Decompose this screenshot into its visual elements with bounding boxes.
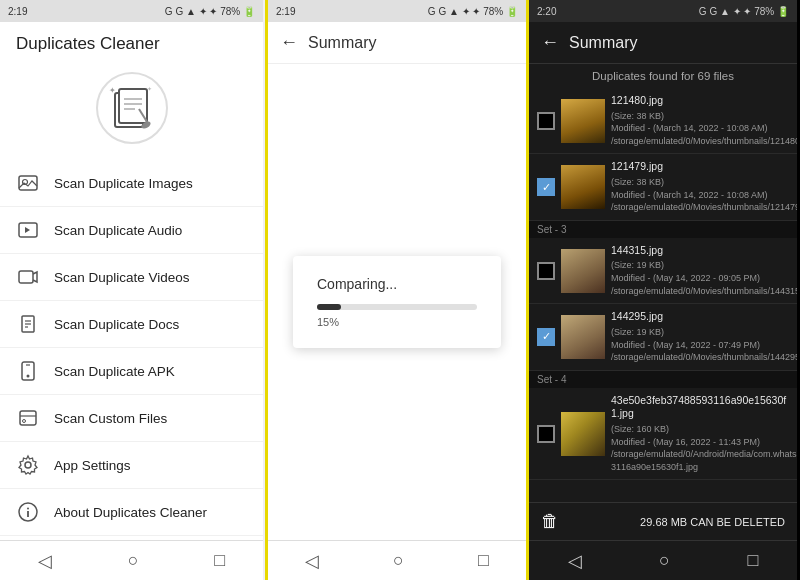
progress-pct: 15% (317, 316, 477, 328)
svg-point-19 (27, 375, 30, 378)
settings-icon (16, 453, 40, 477)
panel-header-p2: ← Summary (268, 22, 526, 64)
back-btn-p3[interactable]: ◁ (552, 544, 598, 578)
file-info-121479: 121479.jpg (Size: 38 KB) Modified - (Mar… (611, 160, 789, 213)
file-item-121479: 121479.jpg (Size: 38 KB) Modified - (Mar… (529, 154, 797, 220)
comparing-container: Comparing... 15% (268, 64, 526, 540)
file-meta-121479: (Size: 38 KB) Modified - (March 14, 2022… (611, 176, 789, 214)
home-btn-p2[interactable]: ○ (377, 544, 420, 577)
file-item-121480: 121480.jpg (Size: 38 KB) Modified - (Mar… (529, 88, 797, 154)
file-item-144295: 144295.jpg (Size: 19 KB) Modified - (May… (529, 304, 797, 370)
delete-icon[interactable]: 🗑 (541, 511, 559, 532)
scan-apk-label: Scan Duplicate APK (54, 364, 175, 379)
home-btn-p3[interactable]: ○ (643, 544, 686, 577)
menu-item-scan-custom[interactable]: Scan Custom Files (0, 395, 263, 442)
status-bar-p1: 2:19 G G ▲ ✦ ✦ 78% 🔋 (0, 0, 263, 22)
scan-custom-icon (16, 406, 40, 430)
main-menu-panel: 2:19 G G ▲ ✦ ✦ 78% 🔋 Duplicates Cleaner … (0, 0, 265, 580)
scan-audio-icon (16, 218, 40, 242)
back-arrow-p3[interactable]: ← (541, 32, 559, 53)
file-meta-43e50: (Size: 160 KB) Modified - (May 16, 2022 … (611, 423, 789, 473)
menu-item-scan-audio[interactable]: Scan Duplicate Audio (0, 207, 263, 254)
svg-point-23 (25, 462, 31, 468)
nav-bar-p3: ◁ ○ □ (529, 540, 797, 580)
nav-bar-p2: ◁ ○ □ (268, 540, 526, 580)
home-btn-p1[interactable]: ○ (112, 544, 155, 577)
menu-item-about[interactable]: About Duplicates Cleaner (0, 489, 263, 536)
svg-rect-12 (19, 271, 33, 283)
file-info-43e50: 43e50e3feb37488593116a90e15630f1.jpg (Si… (611, 394, 789, 474)
file-name-144315: 144315.jpg (611, 244, 789, 258)
duplicates-header: Duplicates found for 69 files (529, 64, 797, 88)
svg-point-26 (27, 508, 29, 510)
file-info-144315: 144315.jpg (Size: 19 KB) Modified - (May… (611, 244, 789, 297)
app-title: Duplicates Cleaner (0, 22, 263, 62)
file-item-43e50: 43e50e3feb37488593116a90e15630f1.jpg (Si… (529, 388, 797, 481)
menu-item-scan-apk[interactable]: Scan Duplicate APK (0, 348, 263, 395)
app-logo: ✦ ✦ (96, 72, 168, 144)
back-btn-p2[interactable]: ◁ (289, 544, 335, 578)
panel-header-p3: ← Summary (529, 22, 797, 64)
progress-bar-fill (317, 304, 341, 310)
delete-bar[interactable]: 🗑 29.68 MB CAN BE DELETED (529, 502, 797, 540)
file-info-144295: 144295.jpg (Size: 19 KB) Modified - (May… (611, 310, 789, 363)
file-info-121480: 121480.jpg (Size: 38 KB) Modified - (Mar… (611, 94, 789, 147)
file-name-43e50: 43e50e3feb37488593116a90e15630f1.jpg (611, 394, 789, 421)
comparing-box: Comparing... 15% (293, 256, 501, 348)
menu-item-app-settings[interactable]: App Settings (0, 442, 263, 489)
about-label: About Duplicates Cleaner (54, 505, 207, 520)
app-settings-label: App Settings (54, 458, 131, 473)
recents-btn-p3[interactable]: □ (731, 544, 774, 577)
set4-divider: Set - 4 (529, 371, 797, 388)
scan-custom-label: Scan Custom Files (54, 411, 167, 426)
thumb-144315 (561, 249, 605, 293)
svg-rect-20 (20, 411, 36, 425)
scan-images-label: Scan Duplicate Images (54, 176, 193, 191)
thumb-43e50 (561, 412, 605, 456)
svg-rect-1 (119, 89, 147, 123)
delete-label: 29.68 MB CAN BE DELETED (640, 516, 785, 528)
file-meta-121480: (Size: 38 KB) Modified - (March 14, 2022… (611, 110, 789, 148)
back-btn-p1[interactable]: ◁ (22, 544, 68, 578)
recents-btn-p1[interactable]: □ (198, 544, 241, 577)
nav-bar-p1: ◁ ○ □ (0, 540, 263, 580)
logo-container: ✦ ✦ (0, 62, 263, 160)
thumb-121479 (561, 165, 605, 209)
status-bar-p3: 2:20 G G ▲ ✦ ✦ 78% 🔋 (529, 0, 797, 22)
scan-audio-label: Scan Duplicate Audio (54, 223, 182, 238)
scan-images-icon (16, 171, 40, 195)
file-meta-144295: (Size: 19 KB) Modified - (May 14, 2022 -… (611, 326, 789, 364)
scan-docs-icon (16, 312, 40, 336)
thumb-144295 (561, 315, 605, 359)
summary-panel: 2:20 G G ▲ ✦ ✦ 78% 🔋 ← Summary Duplicate… (529, 0, 797, 580)
checkbox-43e50[interactable] (537, 425, 555, 443)
status-bar-p2: 2:19 G G ▲ ✦ ✦ 78% 🔋 (268, 0, 526, 22)
status-time-p1: 2:19 (8, 6, 27, 17)
recents-btn-p2[interactable]: □ (462, 544, 505, 577)
checkbox-121480[interactable] (537, 112, 555, 130)
menu-item-scan-docs[interactable]: Scan Duplicate Docs (0, 301, 263, 348)
checkbox-121479[interactable] (537, 178, 555, 196)
file-item-144315: 144315.jpg (Size: 19 KB) Modified - (May… (529, 238, 797, 304)
svg-point-22 (23, 420, 26, 423)
logo-icon: ✦ ✦ (105, 81, 159, 135)
back-arrow-p2[interactable]: ← (280, 32, 298, 53)
panel-title-p3: Summary (569, 34, 637, 52)
svg-text:✦: ✦ (147, 86, 152, 92)
thumb-121480 (561, 99, 605, 143)
scan-docs-label: Scan Duplicate Docs (54, 317, 179, 332)
set3-divider: Set - 3 (529, 221, 797, 238)
comparing-text: Comparing... (317, 276, 477, 292)
menu-item-scan-videos[interactable]: Scan Duplicate Videos (0, 254, 263, 301)
menu-item-scan-images[interactable]: Scan Duplicate Images (0, 160, 263, 207)
checkbox-144295[interactable] (537, 328, 555, 346)
info-icon (16, 500, 40, 524)
panel-title-p2: Summary (308, 34, 376, 52)
file-name-121480: 121480.jpg (611, 94, 789, 108)
svg-text:✦: ✦ (109, 86, 116, 95)
scan-apk-icon (16, 359, 40, 383)
file-meta-144315: (Size: 19 KB) Modified - (May 14, 2022 -… (611, 259, 789, 297)
scan-videos-label: Scan Duplicate Videos (54, 270, 190, 285)
checkbox-144315[interactable] (537, 262, 555, 280)
progress-bar-bg (317, 304, 477, 310)
